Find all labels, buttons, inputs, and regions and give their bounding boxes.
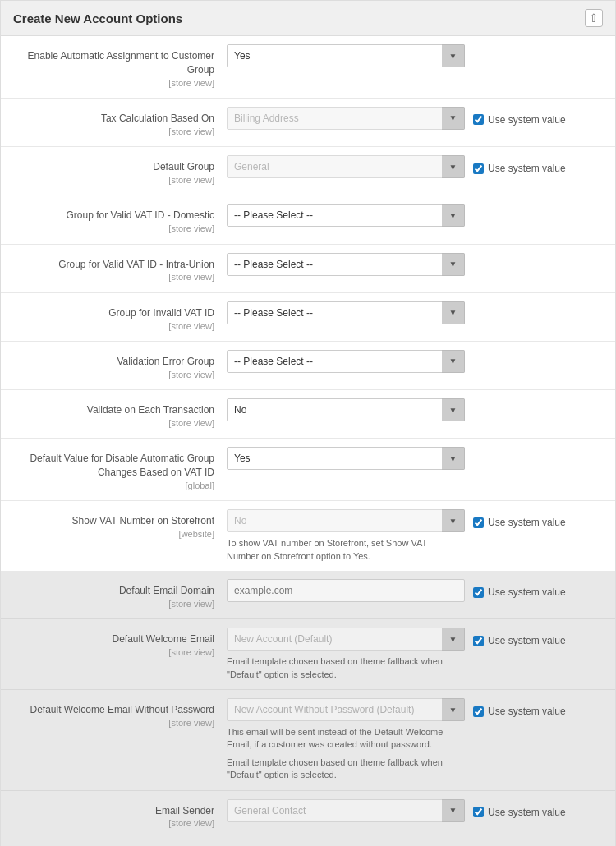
validation-error-group-row: Validation Error Group[store view] -- Pl…: [1, 342, 615, 390]
validation-error-group-control: -- Please Select -- ▼: [227, 350, 603, 373]
create-account-options-section: Create New Account Options ⇧ Enable Auto…: [0, 0, 616, 846]
validate-each-transaction-scope: [store view]: [13, 417, 214, 430]
valid-vat-intra-row: Group for Valid VAT ID - Intra-Union[sto…: [1, 245, 615, 293]
show-vat-storefront-scope: [website]: [13, 528, 214, 540]
default-welcome-email-select[interactable]: New Account (Default): [227, 628, 465, 651]
valid-vat-domestic-label: Group for Valid VAT ID - Domestic[store …: [13, 204, 227, 235]
default-group-scope: [store view]: [13, 174, 214, 186]
default-group-label: Default Group[store view]: [13, 155, 227, 186]
invalid-vat-scope: [store view]: [13, 320, 214, 333]
default-disable-auto-group-select-wrapper: Yes No ▼: [227, 447, 465, 470]
enable-auto-assignment-control: Yes No ▼: [227, 44, 603, 67]
enable-auto-assignment-label: Enable Automatic Assignment to Customer …: [13, 44, 227, 90]
default-group-row: Default Group[store view] General ▼ Use …: [1, 147, 615, 195]
validate-each-transaction-label: Validate on Each Transaction[store view]: [13, 398, 227, 430]
section-header: Create New Account Options ⇧: [1, 1, 615, 36]
default-welcome-email-scope: [store view]: [13, 646, 214, 659]
valid-vat-intra-label: Group for Valid VAT ID - Intra-Union[sto…: [13, 253, 227, 284]
show-vat-storefront-row: Show VAT Number on Storefront[website] N…: [1, 501, 615, 571]
invalid-vat-row: Group for Invalid VAT ID[store view] -- …: [1, 293, 615, 342]
tax-calculation-label: Tax Calculation Based On[store view]: [13, 107, 227, 138]
valid-vat-intra-select[interactable]: -- Please Select --: [227, 253, 465, 276]
require-emails-confirmation-row: Require Emails Confirmation[website] No …: [1, 839, 615, 846]
validate-each-transaction-control: No Yes ▼: [227, 398, 603, 421]
default-group-select-wrapper: General ▼: [227, 155, 465, 178]
validate-each-transaction-row: Validate on Each Transaction[store view]…: [1, 390, 615, 439]
tax-calculation-scope: [store view]: [13, 126, 214, 138]
default-welcome-email-no-password-checkbox[interactable]: [473, 706, 484, 717]
validation-error-group-scope: [store view]: [13, 369, 214, 381]
default-welcome-email-no-password-select[interactable]: New Account Without Password (Default): [227, 698, 465, 721]
default-email-domain-control: Use system value: [227, 579, 603, 602]
enable-auto-assignment-select-wrapper: Yes No ▼: [227, 44, 465, 67]
show-vat-storefront-control: No ▼ Use system value To show VAT number…: [227, 509, 603, 563]
default-welcome-email-no-password-label: Default Welcome Email Without Password[s…: [13, 698, 227, 729]
default-disable-auto-group-label: Default Value for Disable Automatic Grou…: [13, 447, 227, 492]
valid-vat-domestic-control: -- Please Select -- ▼: [227, 204, 603, 227]
valid-vat-domestic-row: Group for Valid VAT ID - Domestic[store …: [1, 195, 615, 244]
default-email-domain-label: Default Email Domain[store view]: [13, 579, 227, 610]
email-sender-label: Email Sender[store view]: [13, 799, 227, 830]
default-welcome-email-label: Default Welcome Email[store view]: [13, 628, 227, 659]
default-group-select[interactable]: General: [227, 155, 465, 178]
default-welcome-email-no-password-hint2: Email template chosen based on theme fal…: [227, 756, 457, 782]
default-welcome-email-no-password-scope: [store view]: [13, 717, 214, 729]
tax-calculation-checkbox[interactable]: [473, 114, 484, 125]
invalid-vat-control: -- Please Select -- ▼: [227, 301, 603, 324]
validate-each-transaction-select-wrapper: No Yes ▼: [227, 398, 465, 421]
default-welcome-email-checkbox[interactable]: [473, 636, 484, 646]
default-welcome-email-no-password-control: New Account Without Password (Default) ▼…: [227, 698, 603, 782]
email-section: Default Email Domain[store view] Use sys…: [1, 571, 615, 846]
default-group-checkbox[interactable]: [473, 163, 484, 174]
tax-calculation-system-value: Use system value: [473, 111, 566, 126]
default-welcome-email-row: Default Welcome Email[store view] New Ac…: [1, 619, 615, 690]
validation-error-group-label: Validation Error Group[store view]: [13, 350, 227, 381]
valid-vat-intra-select-wrapper: -- Please Select -- ▼: [227, 253, 465, 276]
valid-vat-domestic-scope: [store view]: [13, 223, 214, 235]
default-welcome-email-no-password-select-wrapper: New Account Without Password (Default) ▼: [227, 698, 465, 721]
show-vat-storefront-select-wrapper: No ▼: [227, 509, 465, 532]
show-vat-storefront-hint: To show VAT number on Storefront, set Sh…: [227, 537, 457, 563]
default-welcome-email-select-wrapper: New Account (Default) ▼: [227, 628, 465, 651]
invalid-vat-select-wrapper: -- Please Select -- ▼: [227, 301, 465, 324]
show-vat-storefront-checkbox[interactable]: [473, 517, 484, 528]
validation-error-group-select-wrapper: -- Please Select -- ▼: [227, 350, 465, 373]
default-disable-auto-group-scope: [global]: [13, 480, 214, 492]
default-welcome-email-no-password-row: Default Welcome Email Without Password[s…: [1, 690, 615, 791]
default-disable-auto-group-control: Yes No ▼: [227, 447, 603, 470]
email-sender-checkbox[interactable]: [473, 807, 484, 817]
enable-auto-assignment-select[interactable]: Yes No: [227, 44, 465, 67]
invalid-vat-select[interactable]: -- Please Select --: [227, 301, 465, 324]
invalid-vat-label: Group for Invalid VAT ID[store view]: [13, 301, 227, 333]
show-vat-storefront-label: Show VAT Number on Storefront[website]: [13, 509, 227, 540]
email-sender-control: General Contact ▼ Use system value: [227, 799, 603, 822]
tax-calculation-control: Billing Address ▼ Use system value: [227, 107, 603, 130]
email-sender-system-value: Use system value: [473, 803, 566, 818]
tax-calculation-select[interactable]: Billing Address: [227, 107, 465, 130]
tax-calculation-row: Tax Calculation Based On[store view] Bil…: [1, 99, 615, 147]
valid-vat-intra-scope: [store view]: [13, 271, 214, 283]
email-sender-scope: [store view]: [13, 817, 214, 830]
default-welcome-email-no-password-hint1: This email will be sent instead of the D…: [227, 726, 457, 752]
valid-vat-intra-control: -- Please Select -- ▼: [227, 253, 603, 276]
show-vat-storefront-system-value: Use system value: [473, 513, 566, 528]
validate-each-transaction-select[interactable]: No Yes: [227, 398, 465, 421]
default-email-domain-checkbox[interactable]: [473, 587, 484, 598]
enable-auto-assignment-row: Enable Automatic Assignment to Customer …: [1, 36, 615, 99]
default-group-control: General ▼ Use system value: [227, 155, 603, 178]
default-email-domain-input[interactable]: [227, 579, 465, 602]
show-vat-storefront-select[interactable]: No: [227, 509, 465, 532]
section-title: Create New Account Options: [13, 11, 182, 25]
email-sender-select-wrapper: General Contact ▼: [227, 799, 465, 822]
default-email-domain-scope: [store view]: [13, 598, 214, 610]
email-sender-select[interactable]: General Contact: [227, 799, 465, 822]
collapse-button[interactable]: ⇧: [585, 9, 603, 27]
valid-vat-domestic-select[interactable]: -- Please Select --: [227, 204, 465, 227]
default-disable-auto-group-select[interactable]: Yes No: [227, 447, 465, 470]
validation-error-group-select[interactable]: -- Please Select --: [227, 350, 465, 373]
default-email-domain-row: Default Email Domain[store view] Use sys…: [1, 571, 615, 619]
default-welcome-email-no-password-system-value: Use system value: [473, 702, 566, 717]
account-options-form: Enable Automatic Assignment to Customer …: [1, 36, 615, 571]
default-disable-auto-group-row: Default Value for Disable Automatic Grou…: [1, 439, 615, 501]
enable-auto-assignment-scope: [store view]: [13, 77, 214, 90]
